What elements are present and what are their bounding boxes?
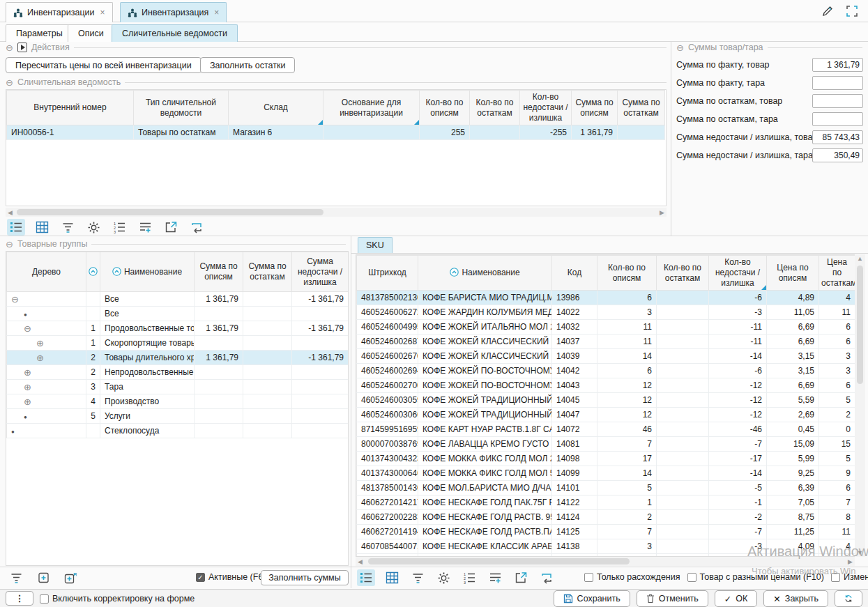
barcode-cell[interactable]: 4013743000646 xyxy=(357,466,418,481)
sum_rem-cell[interactable] xyxy=(618,125,665,140)
barcode-cell[interactable]: 4605246002694 xyxy=(357,364,418,378)
code-cell[interactable]: 14037 xyxy=(552,335,597,349)
qty_desc-cell[interactable]: 255 xyxy=(420,125,470,140)
table-row[interactable]: ⊕1Скоропортящие товары xyxy=(7,336,349,351)
refresh-button[interactable] xyxy=(835,590,862,607)
qty_diff-cell[interactable]: -46 xyxy=(709,422,767,437)
price_rem-cell[interactable]: 2 xyxy=(819,408,855,422)
price_desc-cell[interactable]: 0,45 xyxy=(767,422,819,437)
numbered-list-icon[interactable]: 123 xyxy=(110,219,128,236)
expand-node-icon[interactable]: ⊕ xyxy=(24,367,31,378)
price_rem-cell[interactable]: 6 xyxy=(819,320,855,335)
col-warehouse[interactable]: Склад xyxy=(229,91,323,125)
table-row[interactable]: ⊖Все1 361,79-1 361,79 xyxy=(7,292,349,307)
barcode-cell[interactable]: 4605246002700 xyxy=(357,378,418,393)
qty_rem-cell[interactable] xyxy=(657,320,709,335)
warehouse-cell[interactable]: Магазин 6 xyxy=(229,125,323,140)
settings-gear-icon[interactable] xyxy=(84,219,102,236)
collapse-icon[interactable]: ⊖ xyxy=(6,240,13,249)
table-view-icon[interactable] xyxy=(383,569,401,586)
qty_rem-cell[interactable] xyxy=(657,437,709,452)
qty_desc-cell[interactable]: 2 xyxy=(597,510,657,525)
table-row[interactable]: 4607085440071КОФЕ НЕСКАФЕ КЛАССИК АРАБИК… xyxy=(357,539,855,554)
col-qty-desc[interactable]: Кол-во по описям xyxy=(420,91,470,125)
name-cell[interactable]: КОФЕ МОККА ФИКС ГОЛД МОЛ 250 xyxy=(418,452,552,466)
price_rem-cell[interactable]: 5 xyxy=(819,393,855,408)
totals-field-input[interactable]: 1 361,79 xyxy=(812,58,863,72)
code-cell[interactable]: 14042 xyxy=(552,364,597,378)
sum_rem-cell[interactable] xyxy=(243,424,292,438)
col-tree[interactable]: Дерево xyxy=(7,252,86,292)
tree-cell[interactable]: ⊕ xyxy=(7,336,86,351)
barcode-cell[interactable]: 4607085440071 xyxy=(357,539,418,554)
code-cell[interactable]: 14124 xyxy=(552,510,597,525)
qty_diff-cell[interactable]: -3 xyxy=(709,305,767,320)
qty_diff-cell[interactable]: -5 xyxy=(709,481,767,495)
code-cell[interactable]: 14138 xyxy=(552,539,597,554)
tree-cell[interactable]: ⊕ xyxy=(7,365,86,380)
sum_desc-cell[interactable]: 1 361,79 xyxy=(195,321,243,336)
col-sum-diff[interactable]: Сумма недостачи / излишка xyxy=(292,252,349,292)
sum_rem-cell[interactable] xyxy=(243,307,292,321)
tab-sku[interactable]: SKU xyxy=(358,237,393,253)
col-sort[interactable] xyxy=(86,252,100,292)
name-cell[interactable]: КОФЕ БАРИСТА МИО ТРАДИЦ.МОЛ xyxy=(418,291,552,305)
tree-cell[interactable]: ⊕ xyxy=(7,351,86,365)
tree-cell[interactable]: ⊖ xyxy=(7,321,86,336)
expand-node-icon[interactable]: ⊕ xyxy=(24,382,31,392)
name-cell[interactable]: КОФЕ ЖОКЕЙ ПО-ВОСТОЧНОМУ М xyxy=(418,378,552,393)
price_rem-cell[interactable]: 9 xyxy=(819,466,855,481)
sum_desc-cell[interactable] xyxy=(195,380,243,394)
sum_desc-cell[interactable] xyxy=(195,424,243,438)
price_rem-cell[interactable]: 11 xyxy=(819,305,855,320)
qty_diff-cell[interactable]: -2 xyxy=(709,510,767,525)
table-row[interactable]: ⊕2Непродовольственные товары xyxy=(7,365,349,380)
name-cell[interactable]: Все xyxy=(100,292,195,307)
price_rem-cell[interactable]: 4 xyxy=(819,291,855,305)
name-cell[interactable]: Все xyxy=(100,307,195,321)
tree-cell[interactable]: ● xyxy=(7,409,86,424)
qty_rem-cell[interactable] xyxy=(657,408,709,422)
sum_desc-cell[interactable] xyxy=(195,307,243,321)
checkbox-icon[interactable] xyxy=(40,594,49,604)
price_desc-cell[interactable]: 3,15 xyxy=(767,364,819,378)
open-external-icon[interactable] xyxy=(512,569,530,586)
table-row[interactable]: 4813785002130КОФЕ БАРИСТА МИО ТРАДИЦ.МОЛ… xyxy=(357,291,855,305)
qty_diff-cell[interactable]: -12 xyxy=(709,393,767,408)
table-row[interactable]: 4605246002670КОФЕ ЖОКЕЙ КЛАССИЧЕСКИЙ МО.… xyxy=(357,349,855,364)
code-cell[interactable]: 14045 xyxy=(552,393,597,408)
col-price-desc[interactable]: Цена по описям xyxy=(767,256,819,291)
name-cell[interactable]: КОФЕ ЖОКЕЙ ПО-ВОСТОЧНОМУ М xyxy=(418,364,552,378)
qty_desc-cell[interactable]: 3 xyxy=(597,305,657,320)
expand-node-icon[interactable]: ⊕ xyxy=(24,397,31,407)
scroll-left-icon[interactable]: ◀ xyxy=(356,558,365,565)
sum_desc-cell[interactable]: 1 361,79 xyxy=(572,125,618,140)
sum_rem-cell[interactable] xyxy=(243,321,292,336)
tree-cell[interactable]: ⊕ xyxy=(7,394,86,409)
name-cell[interactable]: КОФЕ ЖАРДИН КОЛУМБИЯ МЕДЕЛ. xyxy=(418,305,552,320)
qty_rem-cell[interactable] xyxy=(657,378,709,393)
qty_desc-cell[interactable]: 14 xyxy=(597,466,657,481)
qty_diff-cell[interactable]: -12 xyxy=(709,408,767,422)
qty_diff-cell[interactable]: -3 xyxy=(709,539,767,554)
ok-button[interactable]: ✓ОК xyxy=(715,590,758,607)
doc-tab-inventories[interactable]: Инвентаризации × xyxy=(6,2,113,22)
sum_rem-cell[interactable] xyxy=(243,394,292,409)
col-sum-desc[interactable]: Сумма по описям xyxy=(572,91,618,125)
doc-tab-inventory[interactable]: Инвентаризация × xyxy=(120,2,227,22)
filter-checkbox[interactable]: Товар с разными ценами (F10) xyxy=(687,572,824,582)
price_rem-cell[interactable]: 6 xyxy=(819,378,855,393)
qty_rem-cell[interactable] xyxy=(657,525,709,539)
barcode-cell[interactable]: 4013743004323 xyxy=(357,452,418,466)
code-cell[interactable]: 4 xyxy=(86,394,100,409)
name-cell[interactable]: Непродовольственные товары xyxy=(100,365,195,380)
type-cell[interactable]: Товары по остаткам xyxy=(134,125,229,140)
col-internal-number[interactable]: Внутренний номер xyxy=(7,91,134,125)
checkbox-checked-icon[interactable]: ✓ xyxy=(196,573,205,582)
name-cell[interactable]: КОФЕ КАРТ НУАР РАСТВ.1.8Г CARTE xyxy=(418,422,552,437)
scroll-up-icon[interactable]: ▲ xyxy=(855,255,865,262)
price_desc-cell[interactable]: 6,69 xyxy=(767,320,819,335)
tab-close-icon[interactable]: × xyxy=(214,8,219,17)
table-row[interactable]: ⊖1Продовольственные товары1 361,79-1 361… xyxy=(7,321,349,336)
sum_diff-cell[interactable] xyxy=(292,365,349,380)
